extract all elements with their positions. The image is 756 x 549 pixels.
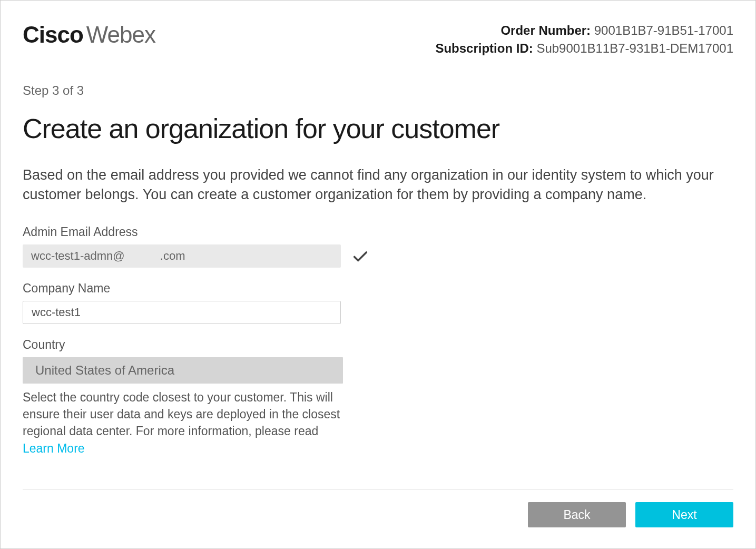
footer: Back Next [23, 489, 733, 527]
company-field[interactable] [23, 301, 341, 324]
email-group: Admin Email Address [23, 225, 733, 268]
page-title: Create an organization for your customer [23, 113, 733, 144]
step-indicator: Step 3 of 3 [23, 83, 733, 98]
country-help-prefix: Select the country code closest to your … [23, 390, 340, 438]
company-group: Company Name [23, 281, 733, 324]
description: Based on the email address you provided … [23, 165, 733, 204]
learn-more-link[interactable]: Learn More [23, 442, 85, 455]
order-number-label: Order Number: [500, 23, 591, 37]
order-number-value: 9001B1B7-91B51-17001 [594, 23, 733, 37]
subscription-id-value: Sub9001B11B7-931B1-DEM17001 [536, 41, 733, 55]
checkmark-icon [351, 247, 369, 265]
email-field[interactable] [23, 244, 341, 268]
logo-webex: Webex [86, 22, 155, 48]
email-label: Admin Email Address [23, 225, 733, 239]
back-button[interactable]: Back [528, 502, 626, 527]
subscription-id-label: Subscription ID: [435, 41, 533, 55]
company-label: Company Name [23, 281, 733, 296]
country-label: Country [23, 338, 733, 352]
button-row: Back Next [23, 502, 733, 527]
country-help-text: Select the country code closest to your … [23, 389, 344, 457]
divider [23, 489, 733, 489]
logo-cisco: Cisco [23, 22, 83, 48]
country-select[interactable]: United States of America [23, 357, 343, 384]
header: Cisco Webex Order Number: 9001B1B7-91B51… [23, 22, 733, 57]
order-info: Order Number: 9001B1B7-91B51-17001 Subsc… [435, 22, 733, 57]
country-group: Country United States of America Select … [23, 338, 733, 457]
logo: Cisco Webex [23, 22, 155, 48]
country-value: United States of America [35, 363, 174, 378]
next-button[interactable]: Next [635, 502, 733, 527]
